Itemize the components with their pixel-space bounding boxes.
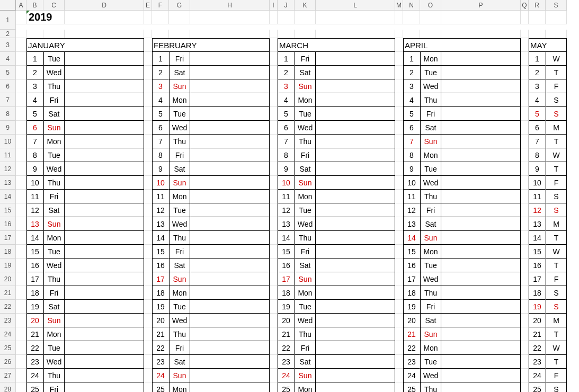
dayname-2-12[interactable]: Tue xyxy=(295,203,316,217)
cell-r2-6[interactable] xyxy=(169,30,190,38)
dayname-1-17[interactable]: Sun xyxy=(169,272,190,286)
cell-r2-10[interactable] xyxy=(295,30,316,38)
dayname-2-13[interactable]: Wed xyxy=(295,217,316,231)
cell-r2-7[interactable] xyxy=(190,30,270,38)
row-header-8[interactable]: 8 xyxy=(0,107,16,121)
gap-Q-28[interactable] xyxy=(521,382,529,392)
daynum-4-11[interactable]: 11 xyxy=(529,190,546,203)
daynum-3-7[interactable]: 7 xyxy=(403,135,420,148)
col-header-O[interactable]: O xyxy=(420,0,441,11)
gap-A-5[interactable] xyxy=(16,66,26,79)
dayname-0-12[interactable]: Sat xyxy=(43,203,65,217)
gap-E-18[interactable] xyxy=(144,245,152,259)
daynum-4-16[interactable]: 16 xyxy=(529,259,546,272)
dayname-3-13[interactable]: Sat xyxy=(420,217,441,231)
gap-A-15[interactable] xyxy=(16,203,26,217)
gap-Q-22[interactable] xyxy=(521,300,529,314)
daynum-4-14[interactable]: 14 xyxy=(529,231,546,245)
gap-I-13[interactable] xyxy=(270,176,278,190)
dayname-3-7[interactable]: Sun xyxy=(420,135,441,148)
row-header-2[interactable]: 2 xyxy=(0,30,16,38)
daynum-2-21[interactable]: 21 xyxy=(278,327,295,341)
gap-I-12[interactable] xyxy=(270,162,278,176)
gap-Q-24[interactable] xyxy=(521,327,529,341)
col-header-P[interactable]: P xyxy=(441,0,521,11)
gap-Q-26[interactable] xyxy=(521,355,529,369)
gap-M-13[interactable] xyxy=(395,176,403,190)
row-header-16[interactable]: 16 xyxy=(0,217,16,231)
dayname-1-9[interactable]: Sat xyxy=(169,162,190,176)
dayname-2-24[interactable]: Sun xyxy=(295,369,316,382)
daynum-4-15[interactable]: 15 xyxy=(529,245,546,259)
gap-Q-17[interactable] xyxy=(521,231,529,245)
cell-r2-9[interactable] xyxy=(278,30,295,38)
daynum-3-15[interactable]: 15 xyxy=(403,245,420,259)
gap-Q-6[interactable] xyxy=(521,79,529,93)
daynum-2-14[interactable]: 14 xyxy=(278,231,295,245)
gap-Q-25[interactable] xyxy=(521,341,529,355)
gap-Q-21[interactable] xyxy=(521,286,529,300)
gap-E-14[interactable] xyxy=(144,190,152,203)
row-header-14[interactable]: 14 xyxy=(0,190,16,203)
dayname-4-20[interactable]: M xyxy=(546,314,567,327)
note-2-19[interactable] xyxy=(316,300,395,314)
col-header-I[interactable]: I xyxy=(270,0,278,11)
note-0-14[interactable] xyxy=(65,231,144,245)
gap-I-10[interactable] xyxy=(270,135,278,148)
gap-M-28[interactable] xyxy=(395,382,403,392)
note-0-13[interactable] xyxy=(65,217,144,231)
cell-r1-7[interactable] xyxy=(295,11,316,24)
daynum-4-12[interactable]: 12 xyxy=(529,203,546,217)
gap-E-12[interactable] xyxy=(144,162,152,176)
dayname-1-6[interactable]: Wed xyxy=(169,121,190,135)
note-1-12[interactable] xyxy=(190,203,270,217)
gap-A-20[interactable] xyxy=(16,272,26,286)
dayname-1-19[interactable]: Tue xyxy=(169,300,190,314)
daynum-1-23[interactable]: 23 xyxy=(152,355,169,369)
daynum-4-8[interactable]: 8 xyxy=(529,148,546,162)
daynum-2-12[interactable]: 12 xyxy=(278,203,295,217)
daynum-1-13[interactable]: 13 xyxy=(152,217,169,231)
daynum-2-13[interactable]: 13 xyxy=(278,217,295,231)
note-0-11[interactable] xyxy=(65,190,144,203)
dayname-1-3[interactable]: Sun xyxy=(169,79,190,93)
daynum-4-19[interactable]: 19 xyxy=(529,300,546,314)
cell-r1-11[interactable] xyxy=(420,11,441,24)
dayname-4-1[interactable]: W xyxy=(546,52,567,66)
gap-E-10[interactable] xyxy=(144,135,152,148)
gap-I-8[interactable] xyxy=(270,107,278,121)
note-2-9[interactable] xyxy=(316,162,395,176)
note-1-21[interactable] xyxy=(190,327,270,341)
dayname-4-21[interactable]: T xyxy=(546,327,567,341)
daynum-3-2[interactable]: 2 xyxy=(403,66,420,79)
daynum-4-6[interactable]: 6 xyxy=(529,121,546,135)
dayname-1-13[interactable]: Wed xyxy=(169,217,190,231)
dayname-4-24[interactable]: F xyxy=(546,369,567,382)
note-0-3[interactable] xyxy=(65,79,144,93)
row-header-3[interactable]: 3 xyxy=(0,38,16,52)
dayname-1-15[interactable]: Fri xyxy=(169,245,190,259)
gap-E-4[interactable] xyxy=(144,52,152,66)
daynum-1-19[interactable]: 19 xyxy=(152,300,169,314)
daynum-0-21[interactable]: 21 xyxy=(26,327,43,341)
dayname-4-6[interactable]: M xyxy=(546,121,567,135)
daynum-0-23[interactable]: 23 xyxy=(26,355,43,369)
dayname-0-1[interactable]: Tue xyxy=(43,52,65,66)
dayname-4-16[interactable]: T xyxy=(546,259,567,272)
daynum-3-25[interactable]: 25 xyxy=(403,382,420,392)
note-2-13[interactable] xyxy=(316,217,395,231)
dayname-3-6[interactable]: Sat xyxy=(420,121,441,135)
gap-I-25[interactable] xyxy=(270,341,278,355)
daynum-4-5[interactable]: 5 xyxy=(529,107,546,121)
daynum-1-5[interactable]: 5 xyxy=(152,107,169,121)
note-2-22[interactable] xyxy=(316,341,395,355)
daynum-1-8[interactable]: 8 xyxy=(152,148,169,162)
gap-E-17[interactable] xyxy=(144,231,152,245)
note-1-9[interactable] xyxy=(190,162,270,176)
gap-Q-4[interactable] xyxy=(521,52,529,66)
note-2-7[interactable] xyxy=(316,135,395,148)
gap-M-17[interactable] xyxy=(395,231,403,245)
dayname-2-1[interactable]: Fri xyxy=(295,52,316,66)
gap-A-6[interactable] xyxy=(16,79,26,93)
col-header-H[interactable]: H xyxy=(190,0,270,11)
